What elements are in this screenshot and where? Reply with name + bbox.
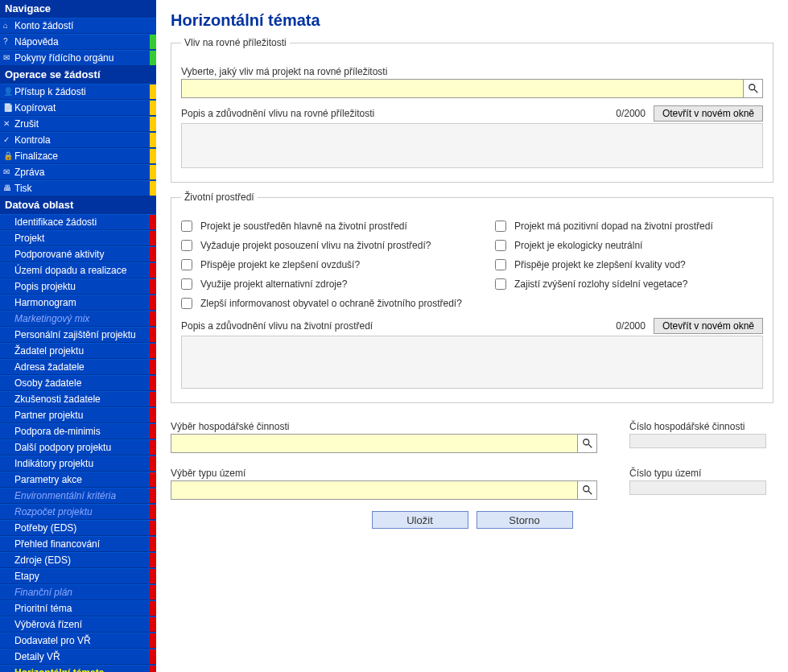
save-button[interactable]: Uložit	[372, 511, 468, 529]
sidebar-item[interactable]: Finanční plán	[0, 584, 156, 600]
sidebar-item-label: Podpora de-minimis	[14, 426, 101, 437]
sidebar-item[interactable]: Podporované aktivity	[0, 246, 156, 262]
env-check-row: Projekt je ekologicky neutrální	[495, 240, 713, 251]
env-check-row: Přispěje projekt ke zlepšení kvality vod…	[495, 259, 713, 270]
activity-lookup-button[interactable]	[578, 434, 597, 453]
env-check-label: Vyžaduje projekt posouzení vlivu na živo…	[200, 240, 431, 251]
sidebar-item[interactable]: ✕Zrušit	[0, 116, 156, 132]
sidebar-item-label: Harmonogram	[14, 297, 76, 308]
env-check-label: Přispěje projekt ke zlepšení kvality vod…	[514, 259, 686, 270]
status-stripe	[150, 247, 156, 262]
sidebar-item-label: Pokyny řídícího orgánu	[14, 52, 113, 64]
territory-num-label: Číslo typu území	[629, 468, 774, 479]
sidebar-item-label: Konto žádostí	[14, 20, 73, 31]
sidebar-item-label: Parametry akce	[14, 474, 82, 485]
desc-env-textarea[interactable]	[181, 336, 763, 389]
sidebar-item[interactable]: ⌂Konto žádostí	[0, 18, 156, 34]
env-checkbox[interactable]	[181, 278, 192, 290]
status-stripe	[150, 376, 156, 390]
territory-input[interactable]	[171, 480, 578, 500]
sidebar-item[interactable]: Žadatel projektu	[0, 343, 156, 359]
env-checkbox[interactable]	[495, 259, 506, 270]
select-influence-lookup-button[interactable]	[744, 79, 763, 98]
status-stripe	[150, 472, 156, 487]
nav-glyph-icon: ✉	[3, 53, 10, 62]
sidebar-item[interactable]: Zkušenosti žadatele	[0, 391, 156, 407]
sidebar-item[interactable]: Výběrová řízení	[0, 616, 156, 633]
status-stripe	[150, 117, 156, 131]
sidebar-item[interactable]: ✉Pokyny řídícího orgánu	[0, 50, 156, 66]
legend-environment: Životní prostředí	[181, 192, 258, 203]
sidebar-item-label: Prioritní téma	[14, 603, 72, 614]
status-stripe	[150, 51, 156, 65]
sidebar-item[interactable]: Osoby žadatele	[0, 375, 156, 391]
sidebar-item[interactable]: Rozpočet projektu	[0, 504, 156, 520]
sidebar-item[interactable]: Adresa žadatele	[0, 359, 156, 375]
sidebar-item[interactable]: Parametry akce	[0, 472, 156, 488]
sidebar-item[interactable]: 📄Kopírovat	[0, 100, 156, 116]
sidebar-item[interactable]: Území dopadu a realizace	[0, 262, 156, 278]
open-new-window-button-2[interactable]: Otevřít v novém okně	[654, 318, 763, 334]
env-checkbox[interactable]	[495, 240, 506, 251]
sidebar-item-label: Etapy	[14, 571, 39, 582]
sidebar-item[interactable]: Harmonogram	[0, 295, 156, 311]
sidebar-item[interactable]: 🖶Tisk	[0, 180, 156, 196]
env-checkbox[interactable]	[181, 240, 192, 251]
env-check-row: Zlepší informovanost obyvatel o ochraně …	[181, 298, 471, 309]
sidebar-item[interactable]: Zdroje (EDS)	[0, 552, 156, 568]
sidebar-item[interactable]: Projekt	[0, 230, 156, 246]
sidebar-item[interactable]: Dodavatel pro VŘ	[0, 633, 156, 649]
sidebar-item[interactable]: Environmentální kritéria	[0, 488, 156, 504]
status-stripe	[150, 231, 156, 245]
env-check-label: Využije projekt alternativní zdroje?	[200, 278, 347, 290]
sidebar-item[interactable]: Partner projektu	[0, 407, 156, 423]
env-checkbox[interactable]	[181, 221, 192, 232]
sidebar-item[interactable]: Indikátory projektu	[0, 456, 156, 472]
sidebar-item-label: Přehled financování	[14, 538, 100, 550]
select-influence-input[interactable]	[181, 79, 744, 98]
desc-equal-textarea[interactable]	[181, 123, 763, 168]
env-checkbox[interactable]	[181, 259, 192, 270]
sidebar-item[interactable]: ?Nápověda	[0, 34, 156, 50]
sidebar-item-label: Detaily VŘ	[14, 651, 60, 662]
nav-header: Operace se žádostí	[0, 66, 156, 84]
open-new-window-button-1[interactable]: Otevřít v novém okně	[654, 105, 763, 122]
status-stripe	[150, 392, 156, 406]
activity-input[interactable]	[171, 434, 578, 453]
sidebar-item[interactable]: Popis projektu	[0, 278, 156, 295]
env-check-row: Projekt je soustředěn hlavně na životní …	[181, 221, 471, 232]
sidebar-item[interactable]: 🔒Finalizace	[0, 148, 156, 164]
env-checkbox[interactable]	[495, 221, 506, 232]
sidebar-item[interactable]: Prioritní téma	[0, 600, 156, 616]
sidebar-item-label: Projekt	[14, 233, 44, 244]
magnifier-icon	[582, 438, 593, 449]
nav-glyph-icon: 👤	[3, 87, 13, 96]
sidebar-item[interactable]: Identifikace žádosti	[0, 214, 156, 230]
svg-point-0	[749, 85, 754, 90]
env-checkbox[interactable]	[495, 278, 506, 290]
sidebar-item[interactable]: Přehled financování	[0, 536, 156, 552]
magnifier-icon	[582, 484, 593, 496]
sidebar-item-label: Podporované aktivity	[14, 249, 104, 260]
desc-env-counter: 0/2000	[616, 320, 646, 332]
sidebar-item[interactable]: Potřeby (EDS)	[0, 520, 156, 536]
status-stripe	[150, 521, 156, 535]
status-stripe	[150, 311, 156, 326]
sidebar-item[interactable]: ✉Zpráva	[0, 164, 156, 180]
env-checkbox[interactable]	[181, 298, 192, 309]
activity-num-label: Číslo hospodářské činnosti	[629, 421, 774, 432]
sidebar-item[interactable]: Etapy	[0, 568, 156, 584]
sidebar-item[interactable]: Horizontální témata	[0, 665, 156, 672]
sidebar-item[interactable]: Další podpory projektu	[0, 439, 156, 456]
territory-lookup-button[interactable]	[578, 480, 597, 500]
sidebar-item[interactable]: ✓Kontrola	[0, 132, 156, 148]
sidebar-item[interactable]: Detaily VŘ	[0, 649, 156, 665]
sidebar-item[interactable]: Marketingový mix	[0, 311, 156, 327]
sidebar-item-label: Nápověda	[14, 36, 59, 47]
sidebar-item-label: Rozpočet projektu	[14, 506, 93, 517]
cancel-button[interactable]: Storno	[477, 511, 573, 529]
sidebar-item[interactable]: 👤Přístup k žádosti	[0, 84, 156, 100]
sidebar-item[interactable]: Podpora de-minimis	[0, 423, 156, 439]
sidebar-item[interactable]: Personální zajištění projektu	[0, 327, 156, 343]
magnifier-icon	[748, 83, 759, 94]
